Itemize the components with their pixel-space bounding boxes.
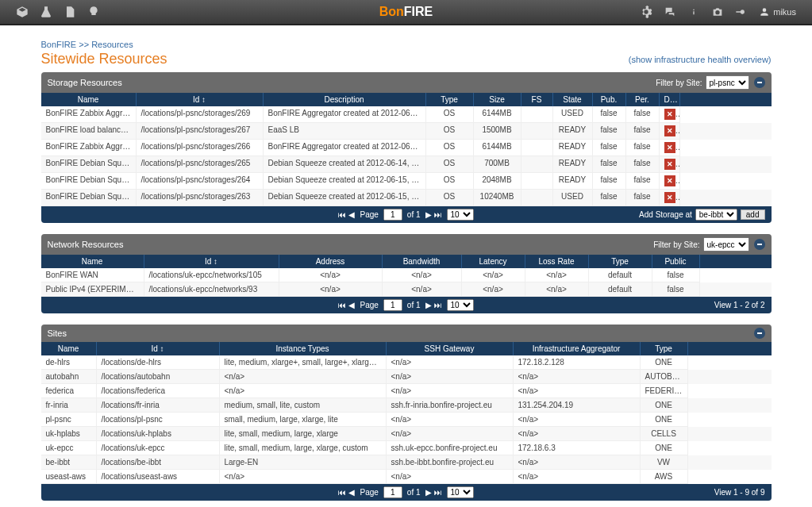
col-public[interactable]: Public xyxy=(652,255,700,268)
table-row[interactable]: useast-aws/locations/useast-aws<n/a><n/a… xyxy=(41,470,772,484)
col-latency[interactable]: Latency xyxy=(462,255,525,268)
sites-page-input[interactable] xyxy=(383,486,402,498)
table-row[interactable]: uk-hplabs/locations/uk-hplabslite, small… xyxy=(41,427,772,441)
gear-icon[interactable] xyxy=(640,6,652,18)
cube-icon[interactable] xyxy=(16,6,29,18)
table-row[interactable]: BonFIRE WAN/locations/uk-epcc/networks/1… xyxy=(41,268,772,282)
breadcrumb-current[interactable]: Resources xyxy=(91,40,133,49)
table-row[interactable]: be-ibbt/locations/be-ibbtLarge-ENssh.be-… xyxy=(41,455,772,470)
table-row[interactable]: BonFIRE load balancer v2/locations/pl-ps… xyxy=(41,123,772,140)
cell-name: uk-epcc xyxy=(41,441,97,455)
col-name[interactable]: Name xyxy=(41,93,137,106)
col-lossrate[interactable]: Loss Rate xyxy=(525,255,589,268)
table-row[interactable]: Public IPv4 (EXPERIMENTAL)/locations/uk-… xyxy=(41,282,772,297)
cell-name: autobahn xyxy=(41,370,97,384)
storage-filter-select[interactable]: pl-psnc xyxy=(706,75,749,90)
camera-icon[interactable] xyxy=(711,6,724,18)
col-type[interactable]: Type xyxy=(589,255,652,268)
key-icon[interactable] xyxy=(735,6,748,18)
cell-aggregator: <n/a> xyxy=(514,470,641,484)
pager-last[interactable]: ⏭ xyxy=(434,488,442,497)
col-type[interactable]: Type xyxy=(641,342,688,355)
table-row[interactable]: BonFIRE Zabbix Aggregator v7/locations/p… xyxy=(41,106,772,123)
flask-icon[interactable] xyxy=(40,6,52,18)
sites-perpage-select[interactable]: 10 xyxy=(447,486,474,498)
col-id[interactable]: Id ↕ xyxy=(97,342,220,355)
chat-icon[interactable] xyxy=(664,6,676,18)
cell-del: ✕ xyxy=(660,173,680,190)
pager-next[interactable]: ▶ xyxy=(425,210,432,219)
delete-button[interactable]: ✕ xyxy=(664,192,675,203)
storage-page-input[interactable] xyxy=(383,209,402,221)
col-bandwidth[interactable]: Bandwidth xyxy=(383,255,462,268)
storage-collapse-button[interactable] xyxy=(754,77,765,88)
col-per[interactable]: Per. xyxy=(626,93,660,106)
pager-prev[interactable]: ◀ xyxy=(348,488,355,497)
network-page-input[interactable] xyxy=(383,299,402,311)
col-instancetypes[interactable]: Instance Types xyxy=(220,342,387,355)
breadcrumb-root[interactable]: BonFIRE xyxy=(41,40,77,49)
cell-name: BonFIRE Debian Squeeze 2G v xyxy=(41,173,137,190)
col-state[interactable]: State xyxy=(553,93,593,106)
col-sshgateway[interactable]: SSH Gateway xyxy=(387,342,514,355)
sites-collapse-button[interactable] xyxy=(754,328,765,339)
col-name[interactable]: Name xyxy=(41,342,97,355)
col-name[interactable]: Name xyxy=(41,255,144,268)
col-aggregator[interactable]: Infrastructure Aggregator xyxy=(514,342,641,355)
table-row[interactable]: pl-psnc/locations/pl-psncsmall, medium, … xyxy=(41,413,772,427)
storage-perpage-select[interactable]: 10 xyxy=(447,209,474,221)
delete-button[interactable]: ✕ xyxy=(664,159,675,170)
storage-header-row: Name Id ↕ Description Type Size FS State… xyxy=(41,93,772,106)
table-row[interactable]: BonFIRE Debian Squeeze 10G/locations/pl-… xyxy=(41,190,772,206)
table-row[interactable]: federica/locations/federica<n/a><n/a><n/… xyxy=(41,384,772,398)
delete-button[interactable]: ✕ xyxy=(664,109,675,120)
add-storage-button[interactable]: add xyxy=(741,209,765,220)
table-row[interactable]: uk-epcc/locations/uk-epcclite, small, me… xyxy=(41,441,772,455)
pager-next[interactable]: ▶ xyxy=(425,488,432,497)
col-id[interactable]: Id ↕ xyxy=(137,93,264,106)
col-fs[interactable]: FS xyxy=(521,93,553,106)
network-panel-title: Network Resources xyxy=(48,240,654,249)
bulb-icon[interactable] xyxy=(87,6,100,18)
table-row[interactable]: autobahn/locations/autobahn<n/a><n/a><n/… xyxy=(41,370,772,384)
network-collapse-button[interactable] xyxy=(754,239,765,250)
cell-lossrate: <n/a> xyxy=(525,282,589,297)
delete-button[interactable]: ✕ xyxy=(664,175,675,186)
pager-last[interactable]: ⏭ xyxy=(434,301,442,309)
cell-type: OS xyxy=(426,106,474,123)
cell-type: ONE xyxy=(641,441,688,455)
col-desc[interactable]: Description xyxy=(264,93,426,106)
table-row[interactable]: fr-inria/locations/fr-inriamedium, small… xyxy=(41,398,772,413)
document-icon[interactable] xyxy=(63,6,76,18)
col-type[interactable]: Type xyxy=(426,93,474,106)
cell-per: false xyxy=(626,190,660,206)
health-overview-link[interactable]: (show infrastructure health overview) xyxy=(629,55,772,64)
col-size[interactable]: Size xyxy=(474,93,521,106)
table-row[interactable]: BonFIRE Debian Squeeze v5/locations/pl-p… xyxy=(41,156,772,173)
delete-button[interactable]: ✕ xyxy=(664,142,675,153)
table-row[interactable]: de-hlrs/locations/de-hlrslite, medium, x… xyxy=(41,355,772,370)
pager-first[interactable]: ⏮ xyxy=(338,210,346,219)
col-del[interactable]: Del. xyxy=(660,93,680,106)
table-row[interactable]: BonFIRE Debian Squeeze 2G v/locations/pl… xyxy=(41,173,772,190)
pager-prev[interactable]: ◀ xyxy=(348,210,355,219)
cell-aggregator: <n/a> xyxy=(514,384,641,398)
network-perpage-select[interactable]: 10 xyxy=(447,299,474,311)
col-id[interactable]: Id ↕ xyxy=(144,255,279,268)
pager-first[interactable]: ⏮ xyxy=(338,488,346,497)
cell-id: /locations/pl-psnc/storages/264 xyxy=(137,173,264,190)
cell-id: /locations/pl-psnc/storages/267 xyxy=(137,123,264,140)
pager-last[interactable]: ⏭ xyxy=(434,210,442,219)
pager-next[interactable]: ▶ xyxy=(425,301,432,309)
user-menu[interactable]: mikus xyxy=(759,6,796,17)
cell-sshgateway: <n/a> xyxy=(387,355,514,370)
table-row[interactable]: BonFIRE Zabbix Aggregator fo/locations/p… xyxy=(41,140,772,156)
info-icon[interactable] xyxy=(687,6,700,18)
delete-button[interactable]: ✕ xyxy=(664,125,675,136)
col-address[interactable]: Address xyxy=(279,255,383,268)
add-storage-select[interactable]: be-ibbt xyxy=(695,209,737,221)
pager-prev[interactable]: ◀ xyxy=(348,301,355,309)
col-pub[interactable]: Pub. xyxy=(593,93,626,106)
pager-first[interactable]: ⏮ xyxy=(338,301,346,309)
network-filter-select[interactable]: uk-epcc xyxy=(703,237,749,252)
